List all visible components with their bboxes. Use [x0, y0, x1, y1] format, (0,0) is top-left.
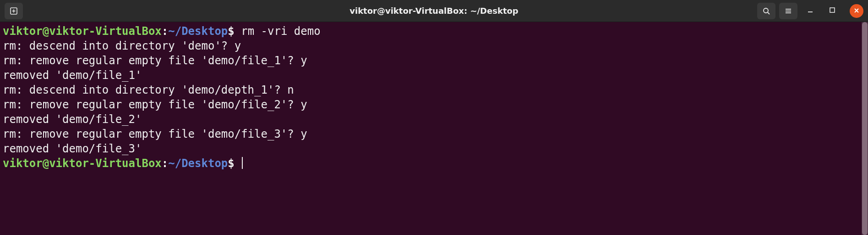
- titlebar: viktor@viktor-VirtualBox: ~/Desktop: [0, 0, 868, 22]
- terminal-window: viktor@viktor-VirtualBox: ~/Desktop: [0, 0, 868, 235]
- terminal-area: viktor@viktor-VirtualBox:~/Desktop$ rm -…: [0, 22, 868, 235]
- output-line: rm: descend into directory 'demo/depth_1…: [3, 84, 294, 96]
- output-line: rm: descend into directory 'demo'? y: [3, 39, 241, 52]
- titlebar-right-group: [757, 3, 863, 19]
- close-icon: [854, 6, 859, 15]
- hamburger-menu-icon: [784, 7, 792, 15]
- output-line: removed 'demo/file_1': [3, 69, 142, 82]
- new-tab-button[interactable]: [5, 3, 23, 19]
- window-title: viktor@viktor-VirtualBox: ~/Desktop: [349, 6, 519, 16]
- minimize-icon: [807, 6, 814, 16]
- ps1-separator: :: [162, 157, 168, 170]
- ps1-user-host: viktor@viktor-VirtualBox: [3, 157, 162, 170]
- search-button[interactable]: [757, 3, 775, 19]
- output-line: removed 'demo/file_2': [3, 113, 142, 126]
- ps1-user-host: viktor@viktor-VirtualBox: [3, 25, 162, 38]
- menu-button[interactable]: [779, 3, 797, 19]
- output-line: removed 'demo/file_3': [3, 142, 142, 155]
- search-icon: [762, 7, 770, 15]
- maximize-button[interactable]: [823, 3, 841, 19]
- scrollbar[interactable]: [862, 22, 868, 235]
- scrollbar-thumb[interactable]: [862, 22, 868, 235]
- ps1-symbol: $: [228, 157, 234, 170]
- new-tab-icon: [9, 6, 18, 16]
- ps1-symbol: $: [228, 25, 234, 38]
- output-line: rm: remove regular empty file 'demo/file…: [3, 98, 307, 111]
- terminal-output[interactable]: viktor@viktor-VirtualBox:~/Desktop$ rm -…: [0, 22, 862, 235]
- output-line: rm: remove regular empty file 'demo/file…: [3, 128, 307, 140]
- titlebar-left-group: [5, 3, 23, 19]
- command-text: rm -vri demo: [241, 25, 320, 38]
- ps1-path: ~/Desktop: [168, 25, 228, 38]
- output-line: rm: remove regular empty file 'demo/file…: [3, 54, 307, 67]
- close-button[interactable]: [850, 4, 863, 18]
- minimize-button[interactable]: [801, 3, 819, 19]
- text-cursor: [242, 157, 243, 169]
- ps1-separator: :: [162, 25, 168, 38]
- svg-line-4: [768, 12, 770, 14]
- ps1-path: ~/Desktop: [168, 157, 228, 170]
- svg-point-3: [764, 8, 768, 13]
- maximize-icon: [829, 6, 835, 15]
- svg-rect-9: [830, 8, 835, 12]
